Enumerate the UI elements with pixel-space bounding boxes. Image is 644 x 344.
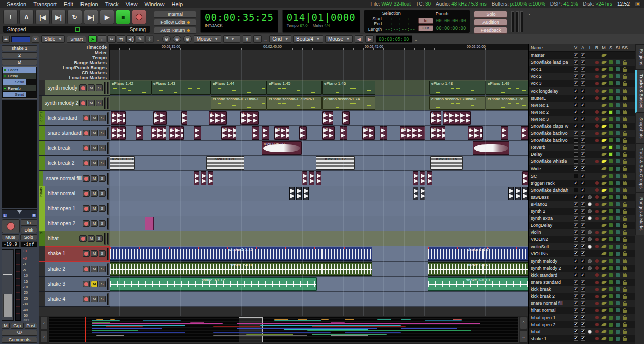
visible-checkbox[interactable]: ✔ bbox=[574, 294, 578, 299]
panel-cell[interactable] bbox=[600, 288, 607, 291]
solo-safe-lock-icon[interactable] bbox=[623, 125, 627, 128]
panel-cell[interactable]: ✔ bbox=[579, 237, 586, 242]
punch-in-button[interactable]: In bbox=[418, 18, 433, 24]
panel-cell[interactable] bbox=[607, 145, 614, 149]
panel-cell[interactable]: ✔ bbox=[579, 96, 586, 100]
strip-track-name-button[interactable]: shake 1 bbox=[2, 45, 37, 51]
panel-cell[interactable] bbox=[600, 189, 607, 192]
solo-isolate-icon[interactable] bbox=[616, 145, 620, 149]
go-start-button[interactable]: |◀ bbox=[35, 10, 50, 24]
panel-cell[interactable] bbox=[614, 252, 621, 256]
active-checkbox[interactable]: ✔ bbox=[581, 124, 585, 128]
panel-row-Snowflake-claps-w[interactable]: Snowflake claps w✔✔ bbox=[529, 123, 635, 130]
mute-state-icon[interactable] bbox=[601, 210, 607, 213]
region[interactable]: shake 2-1.8 bbox=[110, 262, 372, 276]
panel-row-vox-longdelay[interactable]: vox longdelay✔✔ bbox=[529, 87, 635, 94]
visible-checkbox[interactable]: ✔ bbox=[574, 117, 578, 121]
panel-cell[interactable]: ✔ bbox=[579, 209, 586, 214]
mute-button[interactable]: M bbox=[91, 205, 98, 212]
record-enable-button[interactable] bbox=[83, 190, 90, 197]
solo-isolate-icon[interactable] bbox=[616, 60, 620, 64]
panel-cell[interactable]: ✔ bbox=[579, 259, 586, 263]
panel-cell[interactable]: ✔ bbox=[579, 188, 586, 192]
panel-cell[interactable] bbox=[607, 245, 614, 249]
panel-cell[interactable] bbox=[614, 96, 621, 100]
mute-state-icon[interactable] bbox=[601, 245, 607, 248]
panel-cell[interactable] bbox=[607, 159, 614, 163]
group-strip[interactable] bbox=[39, 277, 45, 291]
solo-state-icon[interactable] bbox=[609, 96, 613, 100]
visible-checkbox[interactable]: ✔ bbox=[574, 336, 578, 341]
panel-cell[interactable] bbox=[607, 195, 614, 199]
record-enable-button[interactable] bbox=[83, 175, 90, 182]
mute-state-icon[interactable] bbox=[601, 139, 607, 142]
mute-state-icon[interactable] bbox=[601, 217, 607, 220]
panel-cell[interactable] bbox=[607, 124, 614, 128]
mute-state-icon[interactable] bbox=[601, 82, 607, 85]
menu-window[interactable]: Window bbox=[141, 1, 168, 7]
chevron-down-icon[interactable]: ⌄ bbox=[264, 37, 268, 42]
strip-input-button[interactable]: 2 bbox=[2, 52, 37, 58]
solo-isolate-icon[interactable] bbox=[616, 266, 620, 270]
region[interactable]: ePiano-1.43 bbox=[151, 81, 211, 95]
follow-edits-toggle[interactable]: Follow Edits bbox=[154, 19, 196, 26]
panel-cell[interactable]: ✔ bbox=[572, 124, 579, 128]
panel-cell[interactable] bbox=[600, 231, 607, 234]
panel-row-synth-extra[interactable]: synth extra✔✔ bbox=[529, 215, 635, 222]
panel-row-sawBass[interactable]: sawBass✔✔ bbox=[529, 194, 635, 201]
panel-cell[interactable] bbox=[614, 174, 621, 178]
solo-button[interactable]: S bbox=[99, 296, 106, 302]
panel-cell[interactable] bbox=[621, 81, 628, 86]
region[interactable]: ePiano-1.44 bbox=[211, 81, 267, 95]
panel-cell[interactable] bbox=[614, 60, 621, 64]
panel-cell[interactable]: ✔ bbox=[572, 223, 579, 228]
panel-cell[interactable] bbox=[607, 230, 614, 234]
solo-isolate-icon[interactable] bbox=[616, 202, 620, 206]
record-state-icon[interactable] bbox=[595, 82, 599, 85]
panel-cell[interactable] bbox=[614, 230, 621, 234]
panel-cell[interactable] bbox=[621, 223, 628, 228]
panel-cell[interactable] bbox=[572, 145, 579, 150]
panel-cell[interactable] bbox=[607, 138, 614, 142]
fit-tracks-button[interactable]: ⇕ bbox=[243, 35, 251, 43]
solo-safe-lock-icon[interactable] bbox=[623, 331, 627, 334]
solo-state-icon[interactable] bbox=[609, 337, 613, 341]
solo-button[interactable]: S bbox=[99, 175, 106, 182]
group-strip[interactable] bbox=[39, 141, 45, 155]
peak-display[interactable]: -inf bbox=[20, 241, 38, 247]
mute-state-icon[interactable] bbox=[601, 288, 607, 291]
solo-button[interactable]: S bbox=[99, 115, 106, 121]
record-state-icon[interactable] bbox=[595, 238, 599, 241]
solo-button[interactable]: S bbox=[99, 220, 106, 227]
solo-isolate-icon[interactable] bbox=[616, 337, 620, 341]
record-state-icon[interactable] bbox=[595, 160, 599, 163]
mute-state-icon[interactable] bbox=[601, 224, 607, 227]
panel-cell[interactable] bbox=[593, 231, 600, 234]
mute-button[interactable]: M bbox=[91, 296, 98, 302]
panel-cell[interactable] bbox=[614, 152, 621, 156]
region[interactable] bbox=[420, 171, 425, 185]
solo-state-icon[interactable] bbox=[609, 252, 613, 256]
error-log-button[interactable] bbox=[635, 2, 641, 7]
solo-safe-lock-icon[interactable] bbox=[623, 204, 627, 207]
panel-cell[interactable] bbox=[614, 259, 621, 263]
record-state-icon[interactable] bbox=[595, 188, 599, 192]
panel-cell[interactable] bbox=[600, 196, 607, 199]
panel-cell[interactable] bbox=[614, 81, 621, 85]
panel-cell[interactable]: ✔ bbox=[572, 89, 579, 93]
panel-cell[interactable]: ✔ bbox=[579, 81, 586, 86]
panel-row-synth-melody[interactable]: synth melody✔✔ bbox=[529, 257, 635, 265]
solo-safe-lock-icon[interactable] bbox=[623, 97, 627, 100]
mute-state-icon[interactable] bbox=[601, 125, 607, 128]
panel-cell[interactable] bbox=[586, 195, 593, 199]
solo-safe-lock-icon[interactable] bbox=[623, 282, 627, 285]
menu-transport[interactable]: Transport bbox=[30, 1, 60, 7]
panel-cell[interactable] bbox=[621, 124, 628, 128]
input-monitor-icon[interactable] bbox=[588, 195, 592, 199]
mute-button[interactable]: M bbox=[88, 100, 95, 106]
panel-row-Snowflake-whistle[interactable]: Snowflake whistle✔ bbox=[529, 158, 635, 165]
mute-button[interactable]: M bbox=[91, 281, 98, 287]
feedback-button[interactable]: Feedback bbox=[474, 27, 507, 34]
panel-cell[interactable]: ✔ bbox=[579, 266, 586, 270]
solo-safe-lock-icon[interactable] bbox=[623, 196, 627, 199]
